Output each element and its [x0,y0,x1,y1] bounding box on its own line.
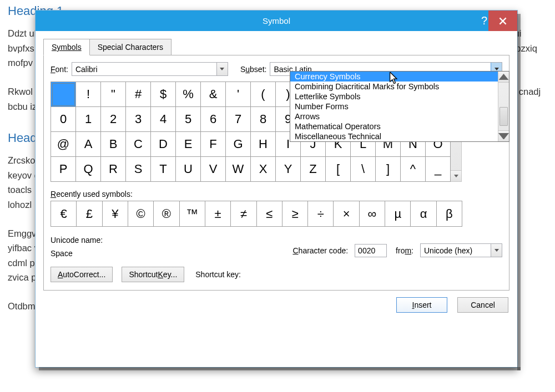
char-cell[interactable]: G [226,132,251,157]
subset-dropdown[interactable]: Currency SymbolsCombining Diacritical Ma… [290,71,509,142]
shortcut-key-label: Shortcut key: [195,270,241,279]
char-cell[interactable]: 1 [76,107,101,132]
char-cell[interactable]: 3 [126,107,151,132]
char-cell[interactable]: X [251,157,276,182]
tab-bar: Symbols Special Characters [43,31,509,55]
from-combo[interactable]: Unicode (hex) [420,243,502,257]
recent-char-cell[interactable]: × [334,201,359,226]
autocorrect-button[interactable]: AutoCorrect... [51,267,113,282]
char-cell[interactable]: 7 [226,107,251,132]
titlebar[interactable]: Symbol ? [36,11,517,31]
char-cell[interactable]: ! [76,82,101,107]
char-cell[interactable]: ] [376,157,401,182]
char-cell[interactable]: 6 [201,107,226,132]
recent-char-cell[interactable]: £ [77,201,102,226]
char-cell[interactable]: [ [326,157,351,182]
recent-char-cell[interactable]: α [411,201,436,226]
chevron-down-icon[interactable] [491,244,502,257]
char-cell[interactable]: Z [301,157,326,182]
from-label: from: [396,246,413,255]
unicode-name-value: Space [51,249,103,258]
charcode-input[interactable] [355,244,387,257]
char-cell[interactable]: " [101,82,126,107]
char-cell[interactable]: Y [276,157,301,182]
char-cell[interactable]: 2 [101,107,126,132]
char-cell[interactable]: R [101,157,126,182]
char-cell[interactable]: E [176,132,201,157]
char-cell[interactable]: ( [251,82,276,107]
tab-special-characters[interactable]: Special Characters [89,39,171,55]
insert-button[interactable]: Insert [396,297,447,313]
char-cell[interactable]: \ [351,157,376,182]
font-combo[interactable]: Calibri [72,62,228,76]
char-cell[interactable]: 5 [176,107,201,132]
recent-label: Recently used symbols: [51,190,502,198]
char-cell[interactable]: 0 [51,107,76,132]
char-cell[interactable]: _ [426,157,451,182]
font-value: Calibri [72,65,216,74]
char-cell[interactable]: 4 [151,107,176,132]
recent-char-cell[interactable]: ∞ [360,201,385,226]
recent-char-cell[interactable]: ™ [180,201,205,226]
font-label: Font: [51,65,68,74]
char-cell[interactable]: $ [151,82,176,107]
recent-char-cell[interactable]: ≥ [282,201,308,226]
char-cell[interactable]: T [151,157,176,182]
close-icon [499,17,507,25]
char-cell[interactable]: @ [51,132,76,157]
char-cell[interactable]: W [226,157,251,182]
help-icon[interactable]: ? [481,14,487,27]
dropdown-item[interactable]: Arrows [290,111,498,121]
dialog-title: Symbol [263,16,290,26]
char-cell[interactable]: % [176,82,201,107]
dropdown-scrollbar[interactable] [498,72,509,141]
from-value: Unicode (hex) [421,246,491,255]
dropdown-item[interactable]: Miscellaneous Technical [290,131,498,141]
recent-char-cell[interactable]: ÷ [308,201,334,226]
char-cell[interactable]: H [251,132,276,157]
char-cell[interactable]: # [126,82,151,107]
char-cell[interactable]: 8 [251,107,276,132]
unicode-name-label: Unicode name: [51,236,103,245]
char-cell[interactable] [51,82,76,107]
char-cell[interactable]: S [126,157,151,182]
char-cell[interactable]: V [201,157,226,182]
recent-grid[interactable]: €£¥©®™±≠≤≥÷×∞µαβ [51,201,462,227]
subset-label: Subset: [240,65,267,74]
dropdown-item[interactable]: Letterlike Symbols [290,91,498,101]
charcode-label: Character code: [292,246,348,255]
char-cell[interactable]: & [201,82,226,107]
chevron-down-icon[interactable] [216,63,228,75]
recent-char-cell[interactable]: ± [205,201,231,226]
char-cell[interactable]: ' [226,82,251,107]
char-cell[interactable]: ^ [401,157,426,182]
recent-char-cell[interactable]: ≠ [231,201,256,226]
scroll-down-icon[interactable] [498,130,509,141]
dropdown-item[interactable]: Mathematical Operators [290,121,498,131]
close-button[interactable] [488,11,517,31]
char-cell[interactable]: C [126,132,151,157]
char-cell[interactable]: A [76,132,101,157]
cancel-button[interactable]: Cancel [457,297,508,313]
dialog-shadow [517,14,521,370]
char-cell[interactable]: F [201,132,226,157]
scroll-up-icon[interactable] [498,72,509,83]
recent-char-cell[interactable]: ® [154,201,179,226]
recent-char-cell[interactable]: µ [385,201,411,226]
recent-char-cell[interactable]: ¥ [103,201,128,226]
char-cell[interactable]: B [101,132,126,157]
char-cell[interactable]: Q [76,157,101,182]
recent-char-cell[interactable]: © [128,201,154,226]
recent-char-cell[interactable]: ≤ [257,201,282,226]
recent-char-cell[interactable]: € [51,201,77,226]
char-cell[interactable]: U [176,157,201,182]
scrollbar-thumb[interactable] [500,107,508,126]
tab-symbols[interactable]: Symbols [43,39,90,55]
char-cell[interactable]: D [151,132,176,157]
shortcut-key-button[interactable]: Shortcut Key... [122,267,184,282]
recent-char-cell[interactable]: β [437,201,462,226]
symbol-dialog: Symbol ? Symbols Special Characters Font… [35,10,518,368]
dropdown-item[interactable]: Number Forms [290,101,498,111]
char-cell[interactable]: P [51,157,76,182]
scroll-down-icon[interactable] [451,170,461,181]
